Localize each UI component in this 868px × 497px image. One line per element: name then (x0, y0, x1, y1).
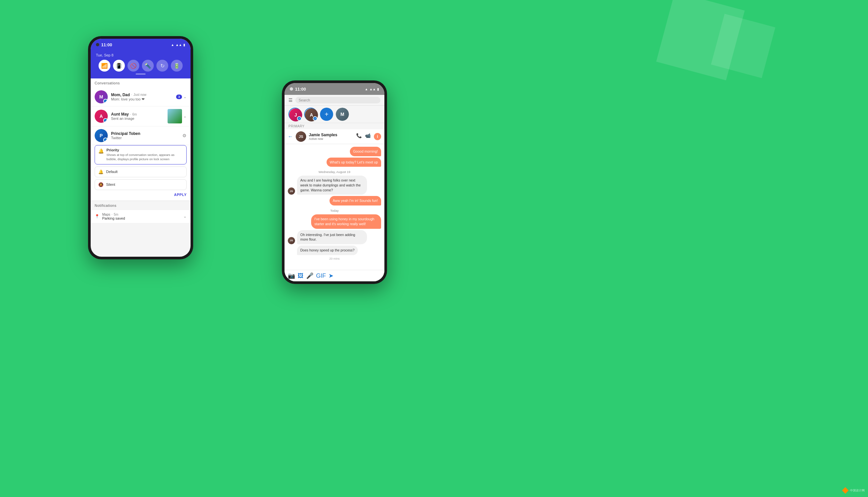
date-1: Wednesday, August 19 (288, 168, 381, 174)
send-toolbar-icon[interactable]: ➤ (329, 272, 333, 279)
notification-maps[interactable]: 📍 Maps · 5m Parking saved ⌄ (91, 210, 191, 223)
right-camera-dot (290, 87, 293, 90)
chat-toolbar: 📷 🖼 🎤 GIF ➤ (285, 270, 384, 281)
gear-icon[interactable]: ⚙ (182, 133, 187, 138)
auntmay-avatar: A (95, 110, 108, 123)
auntmay-image-thumb (168, 109, 182, 124)
right-time: 11:00 (295, 87, 306, 91)
maps-notification-text: Parking saved (102, 216, 181, 220)
dnd-tile[interactable]: 🚫 (127, 60, 139, 72)
auntmay-chevron[interactable]: ⌄ (183, 114, 187, 118)
apply-button[interactable]: Apply (174, 193, 187, 197)
notification-options: 🔔 Priority Shows at top of conversation … (91, 145, 191, 201)
right-wifi-icon: ▲ (365, 87, 368, 91)
chat-name: Jamie Samples (309, 133, 354, 137)
right-status-icons: ▲ ▲▲ ▮ (365, 87, 379, 91)
story-2-badge: ✓ (313, 116, 317, 121)
story-2[interactable]: A ✓ (304, 108, 317, 121)
flashlight-tile[interactable]: 🔦 (142, 60, 154, 72)
notifications-label: Notifications (91, 201, 191, 210)
msg-2: What's up today? Let's meet up (327, 158, 381, 167)
maps-content: Maps · 5m Parking saved (102, 213, 181, 220)
wifi-tile[interactable]: 📶 (99, 60, 110, 72)
auntmay-actions: ⌄ (168, 109, 187, 124)
conversation-auntmay[interactable]: A Aunt May · 6m Sent an image (91, 106, 191, 126)
momdad-chevron[interactable]: ⌄ (183, 95, 187, 99)
conversation-principal: P Principal Toben Twitter ⚙ (91, 126, 191, 201)
chat-status: Active now (309, 137, 354, 141)
conversations-label: Conversations (91, 79, 191, 88)
messenger-app: 11:00 ▲ ▲▲ ▮ ☰ Search (285, 83, 384, 281)
apply-row: Apply (95, 192, 187, 198)
maps-pin-icon: 📍 (95, 214, 99, 218)
auntmay-message: Sent an image (111, 116, 164, 120)
info-icon[interactable]: i (374, 133, 381, 140)
rotate-tile[interactable]: ↻ (156, 60, 168, 72)
right-status-bar: 11:00 ▲ ▲▲ ▮ (285, 83, 384, 95)
principal-badge (103, 138, 108, 142)
conversation-momdad[interactable]: M Mom, Dad · Just now Mom: love you too … (91, 88, 191, 106)
silent-bell-icon: 🔕 (98, 182, 104, 187)
msg-5: I've been using honey in my sourdough st… (311, 214, 381, 228)
received-wrapper-1: JS Anu and I are having folks over next … (288, 176, 381, 195)
camera-toolbar-icon[interactable]: 📷 (288, 272, 295, 279)
messages-area: Goood morning! What's up today? Let's me… (285, 144, 384, 270)
battery-icon: ▮ (183, 43, 185, 47)
default-bell-icon: 🔔 (98, 169, 104, 174)
msg-3: Anu and I are having folks over next wee… (297, 176, 367, 195)
hamburger-icon[interactable]: ☰ (288, 98, 293, 103)
msg-6: Oh interesting. I've just been adding mo… (297, 230, 367, 244)
story-3[interactable]: M (336, 108, 349, 121)
msg-4: Aww yeah I'm in! Sounds fun! (330, 196, 381, 205)
auntmay-name: Aunt May (111, 112, 129, 116)
story-1-badge: ✓ (297, 116, 302, 121)
phone-icon[interactable]: 📞 (356, 133, 362, 140)
left-status-bar: 11:00 ▲ ▲▲ ▮ (91, 39, 191, 51)
left-phone-frame: 11:00 ▲ ▲▲ ▮ Tue, Sep 8 📶 📳 🚫 � (88, 36, 193, 259)
right-phone-screen: 11:00 ▲ ▲▲ ▮ ☰ Search (285, 83, 384, 281)
silent-option[interactable]: 🔕 Silent (95, 179, 187, 190)
maps-chevron[interactable]: ⌄ (183, 214, 187, 218)
watermark-logo (842, 487, 849, 494)
right-status-left: 11:00 (290, 87, 306, 91)
signal-icon: ▲▲ (176, 43, 182, 47)
panel-handle (136, 73, 146, 74)
bluetooth-tile[interactable]: 📳 (113, 60, 125, 72)
wifi-icon: ▲ (171, 43, 174, 47)
maps-time: 5m (114, 213, 118, 216)
principal-header[interactable]: P Principal Toben Twitter ⚙ (91, 126, 191, 145)
principal-actions: ⚙ (182, 133, 187, 138)
default-option[interactable]: 🔔 Default (95, 167, 187, 177)
received-avatar-1: JS (288, 187, 295, 195)
right-battery-icon: ▮ (377, 87, 379, 91)
story-1[interactable]: J ✓ (288, 108, 302, 121)
principal-name: Principal Toben (111, 131, 140, 136)
mic-toolbar-icon[interactable]: 🎤 (306, 272, 314, 279)
messenger-back-icon[interactable]: ← (288, 133, 293, 140)
add-story-button[interactable]: + (320, 108, 333, 121)
video-icon[interactable]: 📹 (365, 133, 371, 140)
priority-title: Priority (107, 148, 183, 152)
status-icons-left: ▲ ▲▲ ▮ (171, 43, 185, 47)
momdad-time: Just now (133, 93, 146, 97)
battery-saver-tile[interactable]: 🔋 (171, 60, 183, 72)
search-placeholder: Search (299, 98, 310, 102)
watermark: 中国设计网 (842, 487, 865, 494)
gallery-toolbar-icon[interactable]: 🖼 (298, 272, 304, 279)
maps-app-name: Maps (102, 213, 110, 216)
chat-header: ← JS Jamie Samples Active now 📞 📹 i (285, 129, 384, 144)
chat-actions: 📞 📹 i (356, 133, 381, 140)
momdad-message: Mom: love you too ❤ (111, 97, 173, 101)
search-bar[interactable]: Search (295, 97, 381, 103)
gif-toolbar-icon[interactable]: GIF (316, 272, 326, 279)
priority-option[interactable]: 🔔 Priority Shows at top of conversation … (95, 145, 187, 165)
auntmay-time: 6m (133, 113, 137, 116)
left-phone: 11:00 ▲ ▲▲ ▮ Tue, Sep 8 📶 📳 🚫 � (88, 36, 193, 259)
conversations-section: Conversations M Mom, Dad · Just now (91, 79, 191, 201)
priority-icon: 🔔 (98, 148, 104, 154)
momdad-count: 3 (176, 95, 182, 99)
auntmay-badge (103, 118, 108, 123)
momdad-content: Mom, Dad · Just now Mom: love you too ❤ (111, 93, 173, 101)
principal-content: Principal Toben Twitter (111, 131, 179, 140)
right-phone: 11:00 ▲ ▲▲ ▮ ☰ Search (282, 81, 387, 284)
